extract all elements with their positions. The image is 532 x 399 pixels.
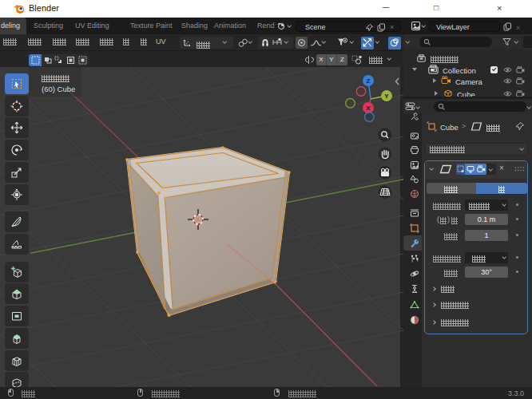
- svg-text:X: X: [366, 105, 371, 112]
- svg-text:Y: Y: [384, 93, 389, 100]
- svg-text:Z: Z: [367, 77, 371, 85]
